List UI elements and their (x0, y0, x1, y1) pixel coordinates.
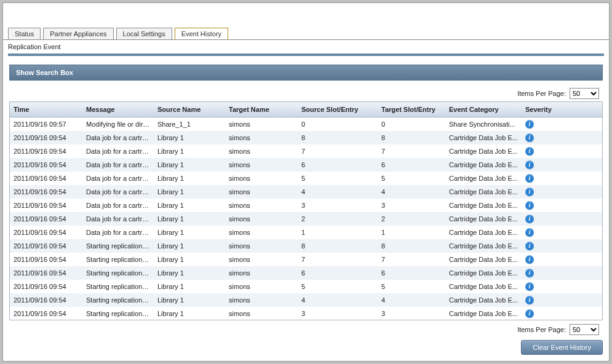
info-icon[interactable]: i (525, 147, 534, 156)
cell-source: Library 1 (154, 157, 225, 172)
cell-sslot: 3 (298, 306, 378, 320)
cell-time: 2011/09/16 09:54 (10, 252, 82, 267)
cell-target: simons (225, 293, 298, 307)
info-icon[interactable]: i (525, 228, 534, 237)
cell-sslot: 8 (298, 130, 378, 145)
col-header-time[interactable]: Time (10, 102, 82, 117)
cell-target: simons (225, 252, 298, 267)
info-icon[interactable]: i (525, 282, 534, 291)
cell-target: simons (225, 279, 298, 294)
cell-sslot: 5 (298, 171, 378, 186)
cell-message: Starting replication of... (82, 279, 154, 294)
cell-message: Data job for a cartrid... (82, 184, 154, 199)
cell-time: 2011/09/16 09:54 (10, 144, 82, 159)
col-header-sev[interactable]: Severity (522, 102, 558, 117)
tabs-bar: Status Partner Appliances Local Settings… (3, 28, 609, 40)
table-row[interactable]: 2011/09/16 09:54Data job for a cartrid..… (10, 144, 602, 158)
table-row[interactable]: 2011/09/16 09:54Starting replication of.… (10, 293, 602, 307)
cell-source: Library 1 (154, 212, 225, 226)
items-per-page-select-top[interactable]: 50 (570, 88, 599, 99)
cell-message: Starting replication of... (82, 239, 154, 253)
cell-source: Library 1 (154, 225, 225, 240)
table-row[interactable]: 2011/09/16 09:54Starting replication of.… (10, 280, 602, 293)
cell-category: Cartridge Data Job E... (445, 184, 522, 199)
clear-event-history-button[interactable]: Clear Event History (521, 340, 603, 355)
col-header-source[interactable]: Source Name (154, 102, 225, 117)
cell-sslot: 7 (298, 252, 378, 267)
cell-message: Starting replication of... (82, 252, 154, 267)
cell-tslot: 2 (378, 212, 445, 226)
cell-sslot: 3 (298, 198, 378, 213)
cell-tslot: 8 (378, 239, 445, 253)
col-header-target[interactable]: Target Name (225, 102, 298, 117)
tab-status[interactable]: Status (8, 28, 41, 40)
cell-message: Starting replication of... (82, 306, 154, 320)
table-row[interactable]: 2011/09/16 09:54Data job for a cartrid..… (10, 172, 602, 185)
cell-sslot: 6 (298, 157, 378, 172)
pager-top: Items Per Page: 50 (9, 84, 603, 101)
info-icon[interactable]: i (525, 309, 534, 318)
cell-tslot: 3 (378, 306, 445, 320)
table-row[interactable]: 2011/09/16 09:54Data job for a cartrid..… (10, 131, 602, 144)
panel-title: Replication Event (3, 40, 609, 53)
table-body[interactable]: 2011/09/16 09:57Modifying file or dire..… (10, 117, 602, 320)
cell-category: Share Synchronisati... (445, 117, 522, 132)
table-row[interactable]: 2011/09/16 09:57Modifying file or dire..… (10, 117, 602, 131)
info-icon[interactable]: i (525, 174, 534, 183)
cell-source: Library 1 (154, 252, 225, 267)
items-per-page-label: Items Per Page: (517, 90, 566, 97)
table-row[interactable]: 2011/09/16 09:54Data job for a cartrid..… (10, 185, 602, 199)
table-row[interactable]: 2011/09/16 09:54Data job for a cartrid..… (10, 199, 602, 212)
cell-tslot: 4 (378, 293, 445, 307)
cell-category: Cartridge Data Job E... (445, 279, 522, 294)
cell-sslot: 1 (298, 225, 378, 240)
show-search-box-toggle[interactable]: Show Search Box (9, 65, 603, 81)
table-row[interactable]: 2011/09/16 09:54Data job for a cartrid..… (10, 158, 602, 172)
info-icon[interactable]: i (525, 242, 534, 250)
items-per-page-select-bottom[interactable]: 50 (570, 324, 599, 335)
cell-message: Data job for a cartrid... (82, 212, 154, 226)
table-row[interactable]: 2011/09/16 09:54Data job for a cartrid..… (10, 212, 602, 226)
table-row[interactable]: 2011/09/16 09:54Starting replication of.… (10, 307, 602, 320)
table-row[interactable]: 2011/09/16 09:54Starting replication of.… (10, 253, 602, 266)
table-row[interactable]: 2011/09/16 09:54Data job for a cartrid..… (10, 226, 602, 239)
cell-source: Library 1 (154, 144, 225, 159)
info-icon[interactable]: i (525, 160, 534, 169)
tab-partner-appliances[interactable]: Partner Appliances (43, 28, 113, 40)
cell-message: Modifying file or dire... (82, 117, 154, 132)
cell-message: Starting replication of... (82, 266, 154, 280)
accent-line (8, 53, 604, 56)
cell-message: Data job for a cartrid... (82, 157, 154, 172)
table-row[interactable]: 2011/09/16 09:54Starting replication of.… (10, 266, 602, 280)
col-header-cat[interactable]: Event Category (445, 102, 522, 117)
info-icon[interactable]: i (525, 133, 534, 142)
cell-target: simons (225, 266, 298, 280)
info-icon[interactable]: i (525, 201, 534, 210)
info-icon[interactable]: i (525, 120, 534, 129)
info-icon[interactable]: i (525, 215, 534, 223)
cell-message: Data job for a cartrid... (82, 144, 154, 159)
tab-local-settings[interactable]: Local Settings (116, 28, 172, 40)
cell-source: Library 1 (154, 184, 225, 199)
cell-category: Cartridge Data Job E... (445, 171, 522, 186)
info-icon[interactable]: i (525, 269, 534, 277)
tab-event-history[interactable]: Event History (175, 28, 228, 40)
col-header-tslot[interactable]: Target Slot/Entry (378, 102, 445, 117)
cell-source: Library 1 (154, 171, 225, 186)
info-icon[interactable]: i (525, 255, 534, 264)
cell-message: Data job for a cartrid... (82, 130, 154, 145)
col-header-message[interactable]: Message (82, 102, 154, 117)
cell-source: Library 1 (154, 293, 225, 307)
col-header-sslot[interactable]: Source Slot/Entry (298, 102, 378, 117)
info-icon[interactable]: i (525, 188, 534, 196)
info-icon[interactable]: i (525, 296, 534, 304)
cell-time: 2011/09/16 09:57 (10, 117, 82, 132)
cell-category: Cartridge Data Job E... (445, 239, 522, 253)
cell-time: 2011/09/16 09:54 (10, 239, 82, 253)
cell-source: Library 1 (154, 130, 225, 145)
cell-category: Cartridge Data Job E... (445, 293, 522, 307)
cell-source: Share_1_1 (154, 117, 225, 132)
table-row[interactable]: 2011/09/16 09:54Starting replication of.… (10, 239, 602, 253)
cell-source: Library 1 (154, 279, 225, 294)
cell-sslot: 5 (298, 279, 378, 294)
